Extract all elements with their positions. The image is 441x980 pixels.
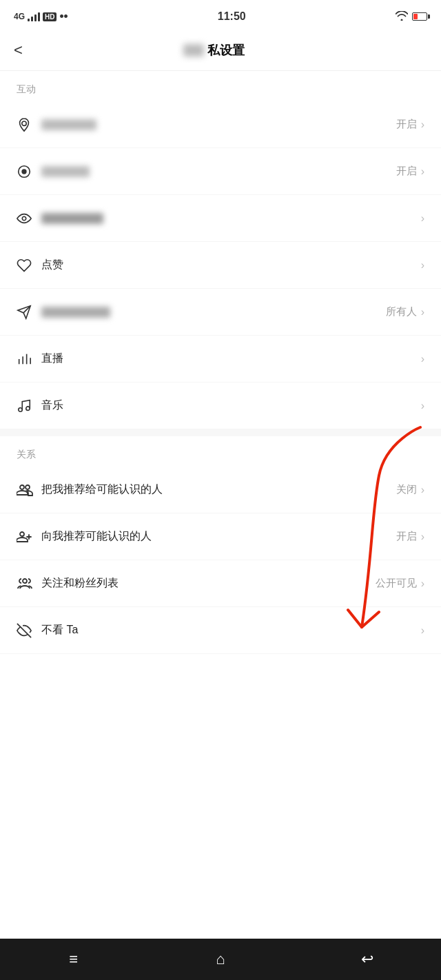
live-label: 直播 — [41, 351, 420, 366]
list-item-online-status[interactable]: 开启 › — [0, 148, 441, 195]
svg-point-0 — [22, 121, 26, 125]
title-text: 私设置 — [207, 43, 245, 57]
people-icon — [17, 575, 41, 592]
block-ta-text: 不看 Ta — [41, 623, 78, 637]
list-item-follow-fans[interactable]: 关注和粉丝列表 公开可见 › — [0, 560, 441, 607]
nav-home-button[interactable]: ⌂ — [200, 946, 241, 973]
likes-right: › — [420, 259, 424, 272]
music-text: 音乐 — [41, 398, 63, 413]
signal-bars — [28, 12, 40, 21]
signal-text: 4G — [14, 12, 25, 21]
list-item-recommend-me[interactable]: 把我推荐给可能认识的人 关闭 › — [0, 467, 441, 513]
list-item-music[interactable]: 音乐 › — [0, 382, 441, 429]
section-label-relations: 关系 — [0, 436, 441, 467]
location-chevron: › — [421, 119, 424, 131]
music-label: 音乐 — [41, 398, 420, 413]
list-item-forward[interactable]: 所有人 › — [0, 289, 441, 336]
recommend-me-value: 关闭 — [396, 483, 417, 496]
recommend-others-text: 向我推荐可能认识的人 — [41, 529, 152, 544]
home-icon: ⌂ — [216, 950, 225, 968]
list-item-recommend-others[interactable]: 向我推荐可能认识的人 开启 › — [0, 513, 441, 560]
block-ta-right: › — [420, 624, 424, 637]
svg-point-2 — [21, 169, 26, 174]
follow-fans-text: 关注和粉丝列表 — [41, 576, 119, 591]
location-value: 开启 — [396, 118, 417, 131]
follow-fans-value: 公开可见 — [376, 577, 417, 590]
follow-fans-right: 公开可见 › — [376, 577, 424, 590]
status-time: 11:50 — [68, 10, 396, 23]
wifi-icon — [396, 11, 408, 23]
section-separator — [0, 429, 441, 436]
svg-point-3 — [22, 216, 26, 221]
heart-icon — [17, 258, 41, 273]
hd-tag: HD — [43, 12, 57, 21]
location-label — [41, 119, 396, 130]
location-icon — [17, 117, 41, 132]
list-item-likes[interactable]: 点赞 › — [0, 242, 441, 289]
eye-icon — [17, 211, 41, 226]
likes-text: 点赞 — [41, 258, 63, 272]
forward-label — [41, 307, 386, 318]
list-item-watched[interactable]: › — [0, 195, 441, 242]
watched-label — [41, 213, 420, 224]
likes-chevron: › — [421, 259, 424, 272]
online-status-chevron: › — [421, 165, 424, 178]
live-right: › — [420, 353, 424, 365]
recommend-others-right: 开启 › — [396, 530, 424, 543]
menu-icon: ≡ — [69, 950, 78, 968]
send-icon — [17, 305, 41, 320]
live-text: 直播 — [41, 351, 63, 366]
header: < 私设置 — [0, 30, 441, 71]
music-chevron: › — [421, 400, 424, 412]
follow-fans-label: 关注和粉丝列表 — [41, 576, 376, 591]
battery-icon — [412, 12, 427, 21]
list-item-live[interactable]: 直播 › — [0, 336, 441, 382]
likes-label: 点赞 — [41, 258, 420, 272]
online-status-value: 开启 — [396, 165, 417, 178]
recommend-others-value: 开启 — [396, 530, 417, 543]
circle-dot-icon — [17, 164, 41, 179]
list-item-location[interactable]: 开启 › — [0, 101, 441, 148]
nav-back-button[interactable]: ↩ — [347, 946, 388, 973]
block-ta-chevron: › — [421, 624, 424, 637]
watched-chevron: › — [421, 212, 424, 225]
forward-chevron: › — [421, 306, 424, 318]
online-status-label — [41, 166, 396, 177]
forward-right: 所有人 › — [386, 305, 424, 318]
section-label-interaction: 互动 — [0, 71, 441, 101]
bars-icon — [17, 351, 41, 367]
recommend-me-right: 关闭 › — [396, 483, 424, 496]
person-suggest-icon — [17, 529, 41, 545]
forward-value: 所有人 — [386, 305, 417, 318]
follow-fans-chevron: › — [421, 578, 424, 590]
back-button[interactable]: < — [14, 39, 28, 62]
nav-menu-button[interactable]: ≡ — [53, 946, 94, 973]
recommend-me-label: 把我推荐给可能认识的人 — [41, 482, 396, 497]
live-chevron: › — [421, 353, 424, 365]
music-right: › — [420, 400, 424, 412]
recommend-others-label: 向我推荐可能认识的人 — [41, 529, 396, 544]
bottom-nav: ≡ ⌂ ↩ — [0, 939, 441, 980]
dot-icons: ⦁⦁ — [59, 10, 68, 23]
block-ta-label: 不看 Ta — [41, 623, 420, 637]
location-right: 开启 › — [396, 118, 424, 131]
back-nav-icon: ↩ — [361, 950, 373, 968]
recommend-me-text: 把我推荐给可能认识的人 — [41, 482, 163, 497]
page-title: 私设置 — [28, 42, 400, 59]
svg-point-11 — [26, 406, 30, 410]
watched-right: › — [420, 212, 424, 225]
person-add-icon — [17, 482, 41, 498]
list-item-block-ta[interactable]: 不看 Ta › — [0, 607, 441, 654]
music-icon — [17, 398, 41, 414]
online-status-right: 开启 › — [396, 165, 424, 178]
recommend-others-chevron: › — [421, 531, 424, 543]
eye-slash-icon — [17, 623, 41, 638]
recommend-me-chevron: › — [421, 484, 424, 496]
svg-point-10 — [19, 407, 23, 411]
status-bar: 4G HD ⦁⦁ 11:50 — [0, 0, 441, 30]
status-right — [396, 11, 427, 23]
status-left: 4G HD ⦁⦁ — [14, 10, 68, 23]
